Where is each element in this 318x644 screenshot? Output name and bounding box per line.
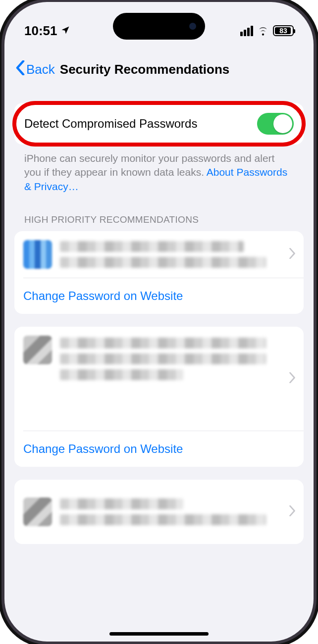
redacted-text: [60, 498, 284, 525]
footer-description: iPhone can securely monitor your passwor…: [14, 145, 304, 194]
recommendation-row[interactable]: [14, 327, 304, 431]
section-header-high-priority: HIGH PRIORITY RECOMMENDATIONS: [14, 194, 304, 231]
recommendation-row[interactable]: [14, 231, 304, 278]
status-bar: 10:51 83: [4, 2, 314, 47]
iphone-frame: 10:51 83 Back Se: [4, 2, 314, 642]
change-password-link[interactable]: Change Password on Website: [14, 431, 304, 467]
volume-up-button: [0, 167, 4, 206]
location-icon: [60, 23, 70, 39]
redacted-text: [60, 338, 284, 380]
back-button[interactable]: Back: [15, 60, 55, 79]
chevron-right-icon: [284, 372, 296, 385]
chevron-left-icon: [15, 60, 25, 79]
page-title: Security Recommendations: [60, 62, 229, 77]
detect-compromised-label: Detect Compromised Passwords: [24, 117, 197, 131]
recommendation-card: [14, 480, 304, 544]
redacted-text: [60, 241, 284, 268]
detect-compromised-row[interactable]: Detect Compromised Passwords: [14, 103, 304, 145]
battery-percent: 83: [279, 27, 287, 35]
chevron-right-icon: [284, 248, 296, 261]
site-icon: [23, 336, 52, 364]
home-indicator[interactable]: [109, 632, 209, 636]
recommendation-row[interactable]: [14, 480, 304, 544]
recommendation-card: Change Password on Website: [14, 231, 304, 314]
nav-bar: Back Security Recommendations: [4, 55, 314, 83]
wifi-icon: [257, 26, 269, 36]
recommendation-card: Change Password on Website: [14, 327, 304, 467]
power-button: [314, 183, 318, 243]
chevron-right-icon: [284, 505, 296, 518]
detect-compromised-switch[interactable]: [257, 113, 294, 135]
battery-icon: 83: [273, 25, 294, 36]
content-area[interactable]: Detect Compromised Passwords iPhone can …: [4, 94, 314, 642]
site-icon: [23, 240, 52, 269]
cellular-icon: [240, 26, 253, 36]
change-password-link[interactable]: Change Password on Website: [14, 278, 304, 314]
status-time: 10:51: [24, 23, 57, 39]
volume-down-button: [0, 216, 4, 254]
back-label: Back: [26, 62, 55, 77]
ringer-switch: [0, 135, 4, 155]
site-icon: [23, 497, 52, 526]
